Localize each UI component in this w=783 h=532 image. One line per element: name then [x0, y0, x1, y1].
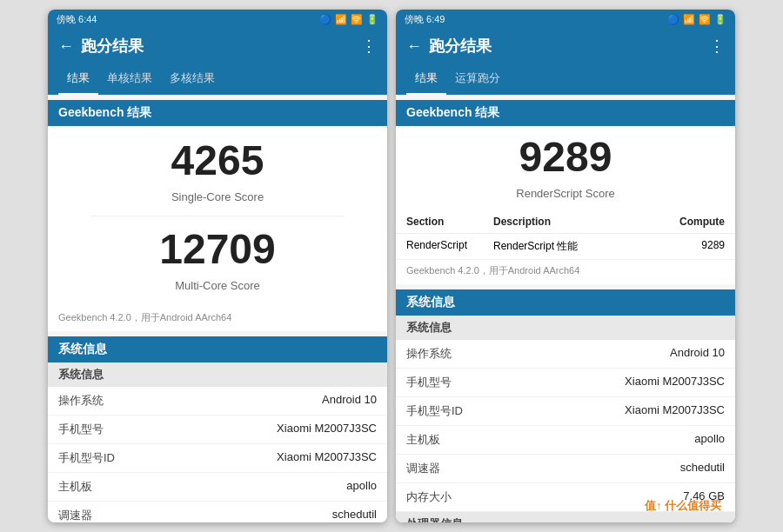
- left-tab-multi[interactable]: 多核结果: [161, 63, 224, 95]
- left-board-value: apollo: [346, 479, 377, 495]
- left-os-label: 操作系统: [58, 393, 104, 409]
- left-scroll-area[interactable]: Geekbench 结果 4265 Single-Core Score 1270…: [48, 95, 387, 522]
- table-row: 手机型号ID Xiaomi M2007J3SC: [396, 397, 735, 426]
- right-ram-label: 内存大小: [406, 489, 452, 505]
- left-score-divider: [90, 216, 345, 216]
- right-battery-icon: 🔋: [714, 14, 726, 25]
- right-sysinfo-sub: 系统信息: [396, 316, 735, 340]
- left-header-left: ← 跑分结果: [58, 36, 144, 57]
- right-model-value: Xiaomi M2007J3SC: [625, 375, 725, 390]
- right-modelid-label: 手机型号ID: [406, 403, 463, 419]
- right-score-section: 9289 RenderScript Score: [396, 126, 735, 210]
- left-modelid-label: 手机型号ID: [58, 450, 115, 466]
- table-row: 操作系统 Android 10: [48, 387, 387, 416]
- left-score-section: 4265 Single-Core Score 12709 Multi-Core …: [48, 126, 387, 306]
- left-tab-single[interactable]: 单核结果: [98, 63, 161, 95]
- right-header: ← 跑分结果 ⋮: [396, 29, 735, 63]
- right-header-left: ← 跑分结果: [406, 36, 492, 57]
- left-board-label: 主机板: [58, 479, 92, 495]
- left-menu-button[interactable]: ⋮: [361, 37, 377, 56]
- right-render-table: Section Description Compute RenderScript…: [396, 210, 735, 260]
- left-bt-icon: 🔵: [319, 14, 331, 25]
- right-governor-value: schedutil: [680, 461, 725, 476]
- table-row: RenderScript RenderScript 性能 9289: [396, 234, 735, 260]
- right-status-bar: 傍晚 6:49 🔵 📶 🛜 🔋: [396, 10, 735, 29]
- table-row: 手机型号 Xiaomi M2007J3SC: [48, 416, 387, 444]
- right-tab-results[interactable]: 结果: [406, 63, 446, 95]
- table-row: 手机型号 Xiaomi M2007J3SC: [396, 369, 735, 397]
- table-row: 调速器 schedutil: [396, 455, 735, 483]
- right-governor-label: 调速器: [406, 461, 440, 476]
- left-multi-score: 12709: [159, 229, 275, 270]
- right-rs-section: RenderScript: [406, 239, 493, 254]
- main-container: 傍晚 6:44 🔵 📶 🛜 🔋 ← 跑分结果 ⋮ 结果 单核结果 多核结果 Ge…: [48, 10, 735, 522]
- left-battery-icon: 🔋: [366, 14, 378, 25]
- left-status-icons: 🔵 📶 🛜 🔋: [319, 14, 378, 25]
- left-footer-note: Geekbench 4.2.0，用于Android AArch64: [48, 306, 387, 331]
- left-tabs: 结果 单核结果 多核结果: [48, 63, 387, 95]
- right-board-value: apollo: [694, 432, 725, 448]
- right-rs-desc: RenderScript 性能: [493, 239, 664, 254]
- left-back-button[interactable]: ←: [58, 37, 74, 56]
- right-tab-compute[interactable]: 运算跑分: [446, 63, 509, 95]
- left-single-score: 4265: [171, 140, 264, 182]
- right-rs-compute: 9289: [664, 239, 725, 254]
- left-multi-label: Multi-Core Score: [175, 279, 260, 292]
- left-sysinfo-header: 系统信息: [48, 336, 387, 362]
- right-signal-icon: 📶: [683, 14, 695, 25]
- left-governor-value: schedutil: [332, 508, 377, 522]
- right-scroll-area[interactable]: Geekbench 结果 9289 RenderScript Score Sec…: [396, 95, 735, 522]
- right-menu-button[interactable]: ⋮: [709, 37, 725, 56]
- right-geekbench-header: Geekbench 结果: [396, 100, 735, 126]
- right-render-label: RenderScript Score: [516, 187, 614, 200]
- table-row: 调速器 schedutil: [48, 502, 387, 522]
- left-governor-label: 调速器: [58, 508, 92, 522]
- left-single-label: Single-Core Score: [171, 190, 264, 203]
- left-sysinfo-sub: 系统信息: [48, 362, 387, 387]
- left-tab-results[interactable]: 结果: [58, 63, 98, 95]
- right-info-section: 系统信息 操作系统 Android 10 手机型号 Xiaomi M2007J3…: [396, 316, 735, 522]
- table-row: 主机板 apollo: [396, 426, 735, 455]
- right-bt-icon: 🔵: [667, 14, 679, 25]
- right-phone: 傍晚 6:49 🔵 📶 🛜 🔋 ← 跑分结果 ⋮ 结果 运算跑分 Geekben…: [396, 10, 735, 522]
- right-os-value: Android 10: [670, 346, 725, 362]
- left-status-bar: 傍晚 6:44 🔵 📶 🛜 🔋: [48, 10, 387, 29]
- right-page-title: 跑分结果: [429, 36, 492, 57]
- watermark: 值↑ 什么值得买: [645, 498, 721, 514]
- left-wifi-icon: 🛜: [351, 14, 363, 25]
- left-page-title: 跑分结果: [81, 36, 144, 57]
- left-phone: 傍晚 6:44 🔵 📶 🛜 🔋 ← 跑分结果 ⋮ 结果 单核结果 多核结果 Ge…: [48, 10, 387, 522]
- table-row: 主机板 apollo: [48, 473, 387, 502]
- right-col-section: Section: [406, 216, 493, 228]
- right-col-desc: Description: [493, 216, 664, 228]
- right-board-label: 主机板: [406, 432, 440, 448]
- left-modelid-value: Xiaomi M2007J3SC: [277, 450, 377, 466]
- right-col-compute: Compute: [664, 216, 725, 228]
- right-render-note: Geekbench 4.2.0，用于Android AArch64: [396, 260, 735, 284]
- right-status-icons: 🔵 📶 🛜 🔋: [667, 14, 726, 25]
- right-back-button[interactable]: ←: [406, 37, 422, 56]
- right-os-label: 操作系统: [406, 346, 452, 362]
- right-wifi-icon: 🛜: [699, 14, 711, 25]
- left-os-value: Android 10: [322, 393, 377, 409]
- right-sysinfo-header: 系统信息: [396, 289, 735, 316]
- right-time: 傍晚 6:49: [405, 13, 445, 26]
- right-tabs: 结果 运算跑分: [396, 63, 735, 95]
- left-time: 傍晚 6:44: [57, 13, 97, 26]
- right-render-score: 9289: [519, 136, 612, 178]
- left-header: ← 跑分结果 ⋮: [48, 29, 387, 63]
- table-row: 手机型号ID Xiaomi M2007J3SC: [48, 444, 387, 473]
- left-info-section: 系统信息 操作系统 Android 10 手机型号 Xiaomi M2007J3…: [48, 362, 387, 522]
- right-model-label: 手机型号: [406, 375, 452, 390]
- table-row: 操作系统 Android 10: [396, 340, 735, 369]
- left-signal-icon: 📶: [335, 14, 347, 25]
- left-model-value: Xiaomi M2007J3SC: [277, 422, 377, 437]
- right-modelid-value: Xiaomi M2007J3SC: [625, 403, 725, 419]
- right-table-header: Section Description Compute: [396, 210, 735, 234]
- left-geekbench-header: Geekbench 结果: [48, 100, 387, 126]
- left-model-label: 手机型号: [58, 422, 104, 437]
